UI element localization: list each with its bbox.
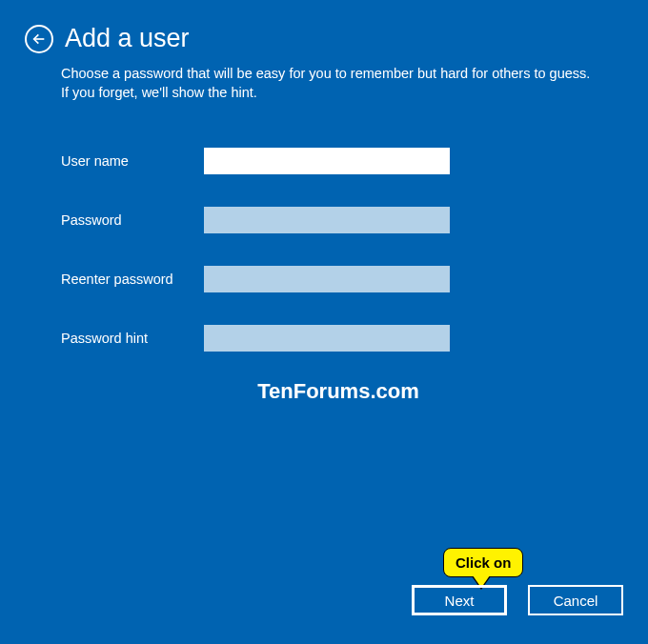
password-hint-label: Password hint	[61, 331, 204, 346]
watermark-text: TenForums.com	[0, 379, 648, 404]
reenter-password-input[interactable]	[204, 266, 450, 292]
tutorial-callout: Click on	[443, 548, 523, 577]
password-label: Password	[61, 212, 204, 228]
back-button[interactable]	[25, 25, 53, 53]
user-form: User name Password Reenter password Pass…	[0, 102, 648, 352]
reenter-password-label: Reenter password	[61, 272, 204, 287]
button-bar: Next Cancel	[412, 585, 623, 615]
cancel-button[interactable]: Cancel	[528, 585, 623, 615]
password-input[interactable]	[204, 207, 450, 233]
callout-text: Click on	[456, 554, 511, 571]
page-title: Add a user	[65, 24, 190, 53]
username-input[interactable]	[204, 148, 450, 174]
back-arrow-icon	[31, 31, 47, 47]
password-hint-input[interactable]	[204, 325, 450, 352]
page-subtitle: Choose a password that will be easy for …	[0, 53, 648, 102]
username-label: User name	[61, 153, 204, 169]
next-button[interactable]: Next	[412, 585, 507, 615]
